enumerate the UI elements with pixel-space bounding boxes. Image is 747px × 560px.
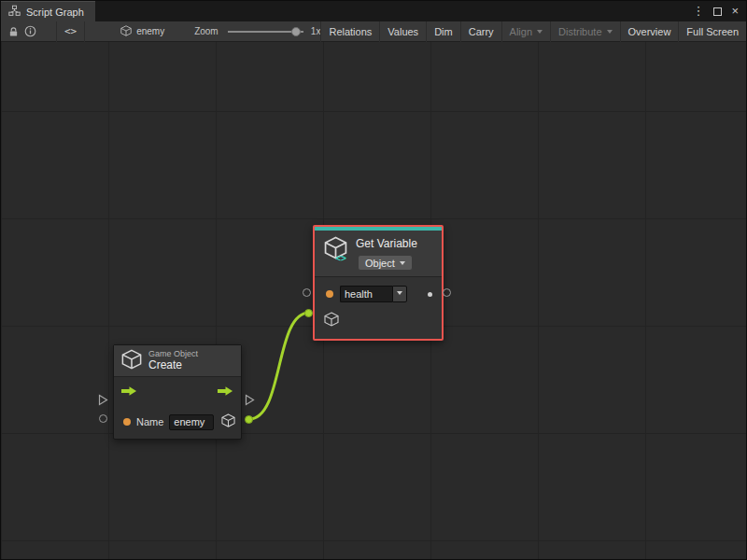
- object-input-port-connected[interactable]: [304, 309, 313, 317]
- output-port-dot-icon[interactable]: [428, 292, 432, 297]
- node-get-variable-header[interactable]: <> Get Variable Object: [315, 231, 442, 277]
- graph-toolbar: <> enemy Zoom 1x Relations Values Dim Ca…: [1, 21, 746, 42]
- full-screen-button[interactable]: Full Screen: [678, 21, 746, 42]
- gameobject-output-icon[interactable]: [221, 413, 235, 431]
- node-create-gameobject[interactable]: Game Object Create Name: [113, 344, 242, 440]
- graph-cube-icon: [120, 25, 132, 38]
- value-output-port[interactable]: [443, 288, 451, 297]
- full-screen-label: Full Screen: [686, 26, 739, 37]
- gameobject-output-port-connected[interactable]: [245, 415, 253, 424]
- script-graph-icon: [8, 5, 21, 19]
- node-get-variable[interactable]: <> Get Variable Object: [313, 225, 444, 341]
- relations-label: Relations: [329, 26, 372, 37]
- maximize-icon[interactable]: [713, 7, 722, 16]
- chevron-down-icon: [537, 30, 543, 36]
- node-title: Get Variable: [356, 237, 417, 250]
- align-button[interactable]: Align: [501, 21, 550, 42]
- variable-name-combo: [340, 286, 407, 302]
- values-label: Values: [388, 26, 418, 37]
- toolbar-buttons: Relations Values Dim Carry Align Distrib…: [320, 21, 746, 42]
- flow-in-port-triangle[interactable]: [98, 393, 108, 410]
- node-create-header[interactable]: Game Object Create: [114, 345, 241, 377]
- code-badge-icon: <>: [335, 253, 346, 263]
- object-port-row: [315, 307, 442, 335]
- flow-ports-row: [114, 377, 241, 407]
- tab-title: Script Graph: [26, 7, 84, 18]
- dim-button[interactable]: Dim: [426, 21, 460, 42]
- variable-name-input[interactable]: [340, 286, 392, 302]
- distribute-label: Distribute: [558, 26, 601, 37]
- carry-label: Carry: [469, 26, 494, 37]
- title-bar: Script Graph ⋮ ×: [1, 1, 746, 21]
- overview-label: Overview: [628, 26, 671, 37]
- carry-button[interactable]: Carry: [460, 21, 501, 42]
- align-label: Align: [510, 26, 532, 37]
- tab-script-graph[interactable]: Script Graph: [1, 1, 95, 21]
- variable-name-dropdown-button[interactable]: [392, 286, 407, 302]
- overview-button[interactable]: Overview: [620, 21, 679, 42]
- variable-scope-dropdown[interactable]: Object: [358, 255, 413, 271]
- flow-in-arrow-icon[interactable]: [121, 384, 137, 400]
- variable-name-row: [315, 281, 442, 307]
- graph-name-label: enemy: [136, 26, 164, 36]
- script-graph-window: Script Graph ⋮ × <> enemy Zoom 1x: [0, 0, 747, 560]
- name-input-port[interactable]: [99, 414, 107, 423]
- menu-icon[interactable]: ⋮: [692, 1, 704, 21]
- lock-icon[interactable]: [5, 21, 21, 42]
- zoom-label: Zoom: [194, 26, 218, 36]
- dim-label: Dim: [434, 26, 453, 37]
- graph-canvas[interactable]: Game Object Create Name: [1, 42, 747, 560]
- value-port-dot-icon[interactable]: [326, 290, 333, 298]
- distribute-button[interactable]: Distribute: [550, 21, 619, 42]
- chevron-down-icon: [397, 291, 402, 298]
- name-input[interactable]: [169, 414, 214, 430]
- zoom-slider[interactable]: [228, 27, 303, 36]
- variable-scope-label: Object: [365, 258, 395, 269]
- name-param-row: Name: [114, 407, 241, 437]
- relations-button[interactable]: Relations: [320, 21, 379, 42]
- values-button[interactable]: Values: [379, 21, 426, 42]
- gameobject-cube-icon: [121, 349, 142, 373]
- edit-code-button[interactable]: <>: [56, 21, 85, 42]
- object-cube-icon[interactable]: [324, 312, 339, 330]
- flow-out-arrow-icon[interactable]: [218, 384, 233, 400]
- zoom-slider-thumb[interactable]: [291, 27, 301, 36]
- window-controls: ⋮ ×: [692, 1, 746, 21]
- variable-input-port[interactable]: [303, 288, 311, 297]
- zoom-value: 1x: [311, 26, 321, 36]
- name-param-label: Name: [136, 416, 163, 427]
- chevron-down-icon: [607, 30, 613, 36]
- value-port-dot-icon[interactable]: [123, 418, 131, 426]
- flow-out-port-triangle[interactable]: [245, 393, 255, 410]
- node-title: Create: [148, 359, 198, 371]
- chevron-down-icon: [400, 261, 405, 268]
- info-icon[interactable]: [21, 21, 38, 42]
- graph-reference: enemy: [120, 25, 164, 38]
- close-icon[interactable]: ×: [731, 1, 739, 21]
